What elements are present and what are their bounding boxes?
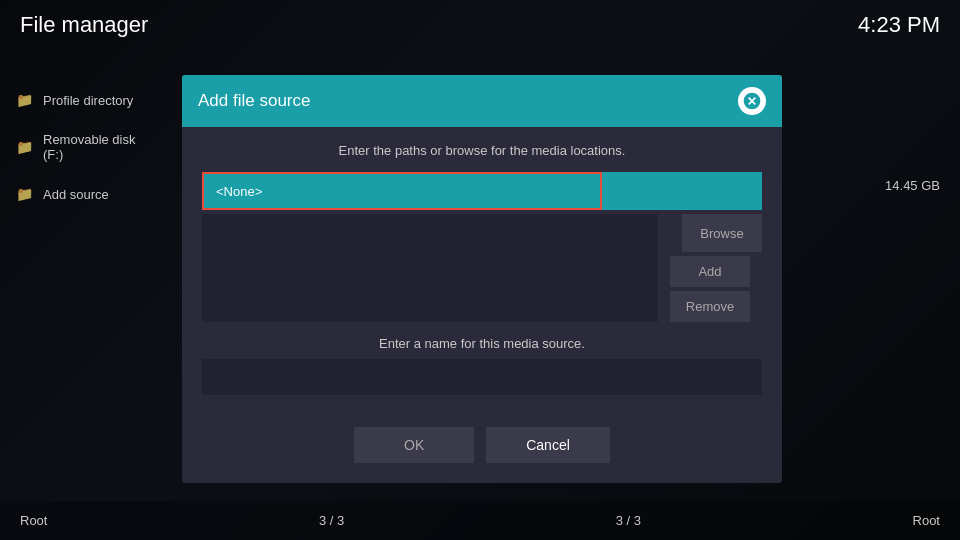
media-source-name-input[interactable]: [202, 359, 762, 395]
footer-center-right: 3 / 3: [616, 513, 641, 528]
header: File manager 4:23 PM: [0, 0, 960, 50]
sidebar: 📁 Profile directory 📁 Removable disk (F:…: [0, 80, 175, 214]
source-paths-list: [202, 214, 658, 322]
clock: 4:23 PM: [858, 12, 940, 38]
modal-body: Enter the paths or browse for the media …: [182, 127, 782, 427]
add-file-source-dialog: Add file source Enter the paths or brows…: [182, 75, 782, 483]
folder-icon: 📁: [16, 186, 33, 202]
modal-description: Enter the paths or browse for the media …: [202, 143, 762, 158]
sidebar-item-add-source[interactable]: 📁 Add source: [0, 174, 175, 214]
name-label: Enter a name for this media source.: [202, 336, 762, 351]
folder-icon: 📁: [16, 139, 33, 155]
footer: Root 3 / 3 3 / 3 Root: [0, 501, 960, 540]
sidebar-label-removable: Removable disk (F:): [43, 132, 159, 162]
source-path-extra: [602, 172, 762, 210]
modal-header: Add file source: [182, 75, 782, 127]
modal-footer: OK Cancel: [182, 427, 782, 483]
footer-right: Root: [913, 513, 940, 528]
folder-icon: 📁: [16, 92, 33, 108]
paths-and-buttons: Browse Add Remove: [202, 214, 762, 322]
page-title: File manager: [20, 12, 148, 38]
kodi-logo: [738, 87, 766, 115]
sidebar-item-profile-directory[interactable]: 📁 Profile directory: [0, 80, 175, 120]
sidebar-item-removable-disk[interactable]: 📁 Removable disk (F:): [0, 120, 175, 174]
add-button[interactable]: Add: [670, 256, 750, 287]
sidebar-label-add-source: Add source: [43, 187, 109, 202]
side-action-buttons: Browse Add Remove: [670, 214, 762, 322]
sidebar-label-profile: Profile directory: [43, 93, 133, 108]
source-path-input[interactable]: <None>: [202, 172, 602, 210]
browse-button[interactable]: Browse: [682, 214, 762, 252]
footer-left: Root: [20, 513, 47, 528]
modal-title: Add file source: [198, 91, 310, 111]
ok-button[interactable]: OK: [354, 427, 474, 463]
source-input-row: <None>: [202, 172, 762, 210]
source-none-text: <None>: [216, 184, 262, 199]
storage-size: 14.45 GB: [885, 178, 940, 193]
remove-button[interactable]: Remove: [670, 291, 750, 322]
footer-center-left: 3 / 3: [319, 513, 344, 528]
cancel-button[interactable]: Cancel: [486, 427, 610, 463]
